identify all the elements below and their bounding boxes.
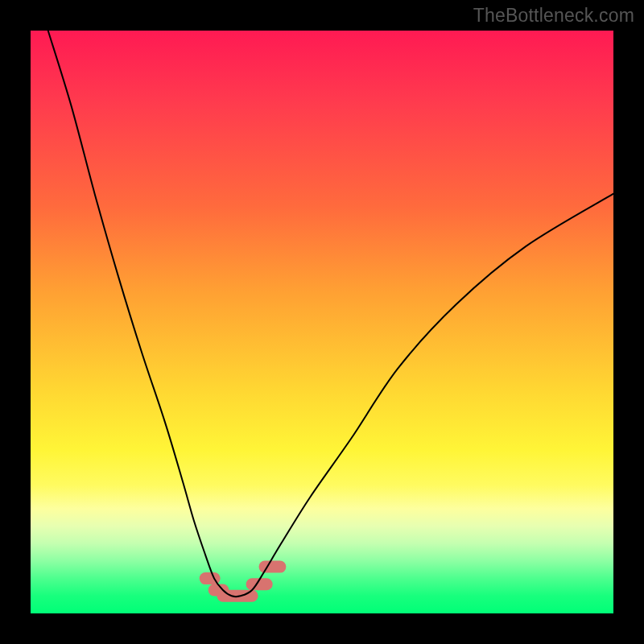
chart-svg [31,31,613,613]
watermark-label: TheBottleneck.com [473,5,634,27]
chart-plot-area [31,31,613,613]
bottleneck-curve-line [48,31,613,597]
